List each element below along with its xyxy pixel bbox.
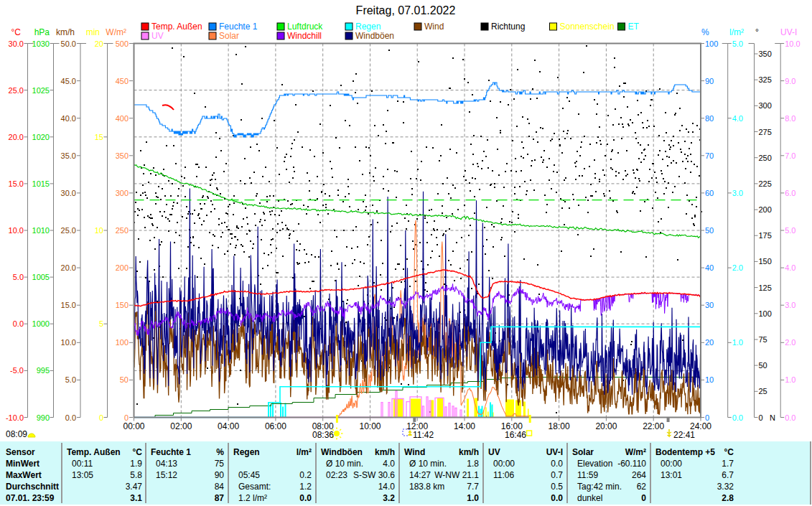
svg-text:225: 225 (759, 179, 772, 188)
svg-text:min: min (86, 27, 100, 37)
svg-text:400: 400 (116, 114, 129, 123)
svg-text:500: 500 (116, 39, 129, 48)
svg-text:04:00: 04:00 (218, 421, 239, 431)
svg-text:l/m²: l/m² (729, 27, 744, 37)
svg-text:dunkel: dunkel (577, 493, 602, 503)
svg-text:6.0: 6.0 (785, 189, 795, 197)
svg-text:00:00: 00:00 (493, 459, 515, 469)
svg-text:3.0: 3.0 (732, 189, 743, 197)
svg-text:00:00: 00:00 (661, 459, 682, 469)
svg-text:1005: 1005 (32, 273, 50, 281)
svg-text:Regen: Regen (355, 22, 381, 32)
svg-text:90: 90 (705, 77, 714, 85)
svg-text:°: ° (755, 27, 759, 37)
svg-text:200: 200 (116, 263, 129, 272)
svg-text:14:00: 14:00 (454, 421, 475, 431)
svg-text:00:00: 00:00 (123, 421, 144, 431)
svg-text:Wind: Wind (424, 22, 444, 32)
svg-text:18:00: 18:00 (549, 421, 570, 431)
svg-text:264: 264 (632, 470, 646, 480)
svg-text:5.8: 5.8 (130, 470, 142, 480)
svg-text:40.0: 40.0 (61, 114, 76, 123)
svg-text:Richtung: Richtung (491, 22, 525, 32)
svg-text:MaxWert: MaxWert (6, 470, 42, 480)
svg-text:50.0: 50.0 (61, 39, 76, 48)
svg-text:10.0: 10.0 (9, 226, 24, 235)
svg-text:6.7: 6.7 (722, 470, 734, 480)
svg-text:100: 100 (705, 39, 718, 48)
svg-text:9.0: 9.0 (785, 77, 795, 85)
svg-text:Solar: Solar (572, 447, 594, 457)
svg-text:11:42: 11:42 (413, 430, 434, 440)
svg-text:1010: 1010 (32, 226, 50, 235)
svg-text:07.01. 23:59: 07.01. 23:59 (6, 493, 55, 503)
svg-text:1.7: 1.7 (722, 459, 734, 469)
svg-text:06:00: 06:00 (265, 421, 286, 431)
svg-text:14:27: 14:27 (409, 470, 431, 480)
svg-text:10.0: 10.0 (785, 39, 800, 48)
svg-text:20:00: 20:00 (595, 421, 617, 431)
svg-text:4.0: 4.0 (785, 263, 795, 272)
svg-text:25.0: 25.0 (61, 226, 76, 235)
svg-text:Windböen: Windböen (355, 31, 394, 41)
svg-text:50: 50 (705, 226, 714, 235)
svg-text:2.0: 2.0 (785, 338, 795, 347)
svg-text:50: 50 (120, 375, 129, 384)
svg-text:1015: 1015 (32, 179, 50, 188)
svg-text:Gesamt:: Gesamt: (238, 482, 271, 492)
svg-text:km/h: km/h (375, 447, 395, 457)
svg-text:30.0: 30.0 (9, 39, 24, 48)
svg-text:45.0: 45.0 (61, 77, 76, 85)
svg-text:0: 0 (99, 413, 103, 422)
svg-text:150: 150 (116, 301, 129, 309)
svg-text:02:23: 02:23 (326, 470, 347, 480)
svg-text:0.0: 0.0 (785, 413, 795, 422)
svg-text:Feuchte 1: Feuchte 1 (151, 447, 191, 457)
svg-text:30.0: 30.0 (61, 189, 76, 197)
svg-text:Windböen: Windböen (321, 447, 363, 457)
svg-text:°C: °C (11, 27, 22, 37)
svg-text:15:12: 15:12 (156, 470, 177, 480)
svg-text:Ø 10 min.: Ø 10 min. (326, 459, 363, 469)
svg-text:25: 25 (759, 387, 767, 395)
svg-text:UV-I: UV-I (546, 447, 563, 457)
svg-text:Durchschnitt: Durchschnitt (6, 482, 59, 492)
svg-text:25.0: 25.0 (9, 86, 24, 95)
svg-text:3.47: 3.47 (126, 482, 143, 492)
svg-text:02:00: 02:00 (170, 421, 192, 431)
svg-text:275: 275 (759, 128, 772, 136)
svg-text:8.0: 8.0 (785, 114, 795, 123)
svg-text:Windchill: Windchill (287, 31, 322, 41)
svg-text:Wind: Wind (404, 447, 425, 457)
svg-text:35.0: 35.0 (61, 151, 76, 160)
svg-text:Bodentemp +5: Bodentemp +5 (655, 447, 715, 457)
svg-text:10: 10 (95, 226, 103, 235)
svg-text:350: 350 (759, 50, 772, 58)
svg-text:°C: °C (133, 447, 143, 457)
svg-text:10: 10 (705, 375, 714, 384)
svg-text:183.8 km: 183.8 km (409, 482, 444, 492)
svg-text:3.1: 3.1 (130, 493, 142, 503)
svg-text:300: 300 (759, 101, 772, 110)
svg-text:S-SW 30.6: S-SW 30.6 (353, 470, 395, 480)
svg-text:3.2: 3.2 (383, 493, 395, 503)
svg-text:0.2: 0.2 (299, 470, 312, 480)
svg-text:hPa: hPa (34, 27, 50, 37)
svg-text:60: 60 (705, 189, 714, 197)
svg-text:20.0: 20.0 (9, 133, 24, 141)
svg-text:0.0: 0.0 (65, 413, 76, 422)
svg-text:1.2: 1.2 (299, 482, 312, 492)
svg-text:15.0: 15.0 (9, 179, 24, 188)
svg-text:16:46: 16:46 (505, 430, 526, 440)
svg-text:995: 995 (37, 366, 50, 375)
svg-text:5.0: 5.0 (13, 273, 24, 281)
svg-text:350: 350 (116, 151, 129, 160)
svg-text:UV: UV (488, 447, 500, 457)
svg-text:Elevation: Elevation (577, 459, 612, 469)
svg-text:15: 15 (95, 133, 103, 141)
svg-text:%: % (701, 27, 709, 37)
svg-text:2.0: 2.0 (732, 263, 743, 272)
svg-text:0: 0 (759, 413, 763, 422)
svg-text:125: 125 (759, 284, 772, 292)
svg-text:84: 84 (215, 482, 225, 492)
